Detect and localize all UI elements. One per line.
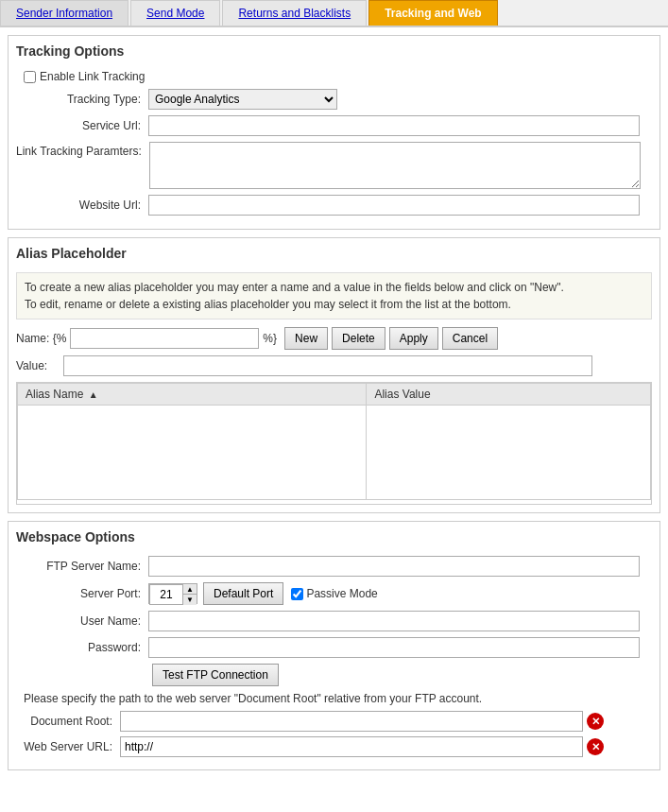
alias-value-label: Value: (16, 359, 63, 372)
document-root-row: Document Root: ✕ (16, 711, 652, 732)
document-root-input[interactable] (120, 711, 583, 732)
password-label: Password: (16, 641, 148, 654)
server-port-label: Server Port: (16, 587, 148, 600)
alias-name-col-header[interactable]: Alias Name ▲ (18, 384, 367, 406)
sort-arrow-icon: ▲ (89, 389, 98, 400)
service-url-input[interactable] (148, 115, 640, 136)
tracking-options-title: Tracking Options (16, 43, 652, 62)
website-url-label: Website Url: (16, 199, 148, 212)
alias-name-input[interactable] (70, 328, 259, 349)
web-server-url-clear-button[interactable]: ✕ (587, 738, 604, 755)
alias-table-wrapper: Alias Name ▲ Alias Value (16, 382, 652, 505)
alias-table: Alias Name ▲ Alias Value (17, 383, 651, 500)
password-input[interactable] (148, 637, 640, 658)
default-port-button[interactable]: Default Port (203, 582, 283, 605)
alias-value-input[interactable] (63, 355, 592, 376)
link-tracking-params-label: Link Tracking Paramters: (16, 142, 149, 158)
alias-name-suffix: %} (259, 332, 281, 345)
enable-link-tracking-row: Enable Link Tracking (24, 70, 652, 83)
webspace-info-text: Please specify the path to the web serve… (24, 692, 652, 705)
port-combined-input: ▲ ▼ (148, 583, 197, 604)
service-url-label: Service Url: (16, 119, 148, 132)
alias-new-button[interactable]: New (284, 327, 328, 350)
alias-placeholder-title: Alias Placeholder (16, 246, 652, 265)
passive-mode-text: Passive Mode (306, 587, 377, 600)
alias-name-row: Name: {% %} New Delete Apply Cancel (16, 327, 652, 350)
document-root-clear-button[interactable]: ✕ (587, 713, 604, 730)
alias-name-label: Name: {% (16, 332, 70, 345)
tracking-type-select[interactable]: Google AnalyticsNoneCustom (148, 89, 337, 110)
web-server-url-input[interactable] (120, 736, 583, 757)
alias-cancel-button[interactable]: Cancel (442, 327, 498, 350)
test-ftp-button[interactable]: Test FTP Connection (152, 664, 279, 686)
alias-info-box: To create a new alias placeholder you ma… (16, 272, 652, 320)
tab-tracking-web[interactable]: Tracking and Web (368, 0, 497, 26)
tracking-type-label: Tracking Type: (16, 93, 148, 106)
website-url-row: Website Url: (16, 195, 652, 216)
user-name-input[interactable] (148, 611, 640, 631)
document-root-label: Document Root: (16, 715, 120, 728)
enable-link-tracking-checkbox[interactable] (24, 71, 36, 83)
port-spin-down-button[interactable]: ▼ (183, 595, 197, 605)
alias-info-line2: To edit, rename or delete a existing ali… (25, 296, 643, 313)
enable-link-tracking-label: Enable Link Tracking (40, 70, 145, 83)
webspace-options-title: Webspace Options (16, 529, 652, 548)
port-spinners: ▲ ▼ (183, 584, 197, 603)
tracking-options-section: Tracking Options Enable Link Tracking Tr… (8, 35, 660, 230)
alias-empty-row (18, 406, 367, 500)
alias-apply-button[interactable]: Apply (389, 327, 438, 350)
alias-info-line1: To create a new alias placeholder you ma… (25, 279, 643, 296)
alias-table-body (18, 406, 651, 500)
link-tracking-params-input[interactable] (149, 142, 641, 189)
passive-mode-checkbox[interactable] (291, 588, 303, 600)
tracking-type-row: Tracking Type: Google AnalyticsNoneCusto… (16, 89, 652, 110)
ftp-server-row: FTP Server Name: (16, 556, 652, 577)
alias-delete-button[interactable]: Delete (332, 327, 385, 350)
website-url-input[interactable] (148, 195, 640, 216)
user-name-label: User Name: (16, 614, 148, 628)
ftp-server-input[interactable] (148, 556, 640, 577)
alias-placeholder-section: Alias Placeholder To create a new alias … (8, 237, 660, 513)
user-name-row: User Name: (16, 611, 652, 631)
passive-mode-label: Passive Mode (291, 587, 377, 600)
port-number-input[interactable] (149, 584, 183, 605)
alias-value-row: Value: (16, 355, 652, 376)
service-url-row: Service Url: (16, 115, 652, 136)
webspace-options-section: Webspace Options FTP Server Name: Server… (8, 521, 660, 770)
server-port-row: Server Port: ▲ ▼ Default Port Passive Mo… (16, 582, 652, 605)
link-tracking-params-row: Link Tracking Paramters: (16, 142, 652, 189)
ftp-server-label: FTP Server Name: (16, 560, 148, 573)
tab-send-mode[interactable]: Send Mode (130, 0, 220, 26)
tab-returns-blacklists[interactable]: Returns and Blacklists (222, 0, 367, 26)
port-spin-up-button[interactable]: ▲ (183, 584, 197, 595)
top-nav: Sender Information Send Mode Returns and… (0, 0, 668, 27)
tab-sender-info[interactable]: Sender Information (0, 0, 128, 26)
test-ftp-row: Test FTP Connection (16, 664, 652, 686)
alias-value-col-header[interactable]: Alias Value (367, 384, 651, 406)
web-server-url-label: Web Server URL: (16, 740, 120, 753)
web-server-url-row: Web Server URL: ✕ (16, 736, 652, 757)
password-row: Password: (16, 637, 652, 658)
